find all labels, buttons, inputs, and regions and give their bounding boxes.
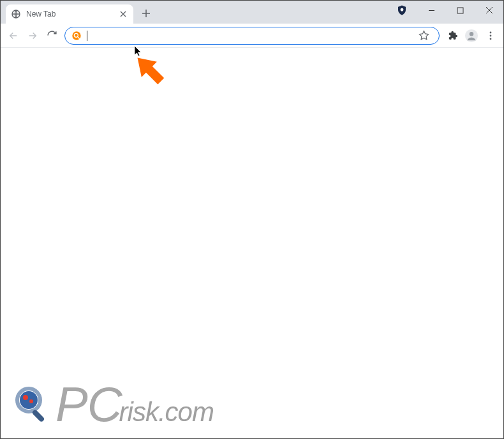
svg-rect-14 [31, 409, 45, 422]
globe-icon [11, 9, 21, 19]
minimize-button[interactable] [417, 1, 446, 20]
svg-point-6 [470, 32, 473, 36]
watermark-brand-pc: PC [56, 376, 122, 432]
search-engine-icon [71, 31, 82, 41]
profile-button[interactable] [463, 27, 480, 45]
url-input[interactable] [93, 31, 410, 41]
svg-point-11 [20, 391, 38, 409]
bookmark-star-button[interactable] [415, 27, 433, 45]
svg-point-7 [490, 31, 492, 33]
tab-active[interactable]: New Tab [6, 4, 133, 24]
shield-icon [396, 4, 408, 16]
extensions-button[interactable] [443, 27, 461, 45]
svg-point-13 [29, 399, 33, 403]
watermark-text: PCrisk.com [56, 376, 214, 432]
titlebar: New Tab [1, 1, 503, 24]
svg-point-12 [23, 395, 28, 400]
menu-button[interactable] [482, 27, 500, 45]
new-tab-button[interactable] [137, 4, 155, 22]
forward-button[interactable] [24, 27, 41, 45]
tab-strip: New Tab [1, 1, 155, 24]
svg-rect-2 [457, 8, 463, 13]
tab-title: New Tab [26, 10, 113, 19]
back-button[interactable] [4, 27, 22, 45]
toolbar [1, 24, 503, 48]
magnifier-icon [12, 385, 52, 424]
close-window-button[interactable] [475, 1, 503, 20]
svg-point-1 [401, 8, 404, 11]
reload-button[interactable] [43, 27, 61, 45]
watermark: PCrisk.com [12, 376, 214, 432]
maximize-button[interactable] [446, 1, 475, 20]
svg-point-8 [490, 34, 492, 36]
watermark-brand-rest: risk.com [119, 397, 214, 428]
browser-window: New Tab [1, 1, 503, 438]
svg-point-9 [490, 38, 492, 40]
address-bar[interactable] [64, 27, 440, 45]
text-caret [87, 31, 87, 41]
close-tab-button[interactable] [118, 9, 128, 19]
window-controls [417, 1, 503, 20]
